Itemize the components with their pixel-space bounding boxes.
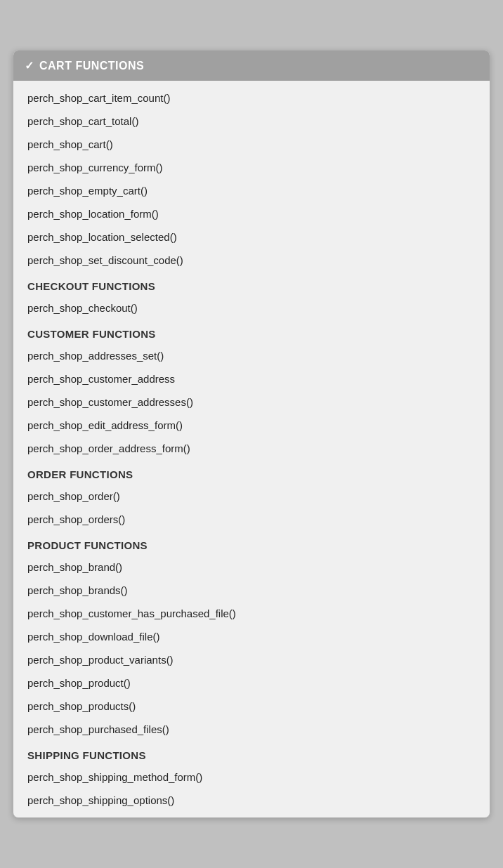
main-panel: ✓ CART FUNCTIONS perch_shop_cart_item_co…: [13, 50, 490, 818]
section-heading: ORDER FUNCTIONS: [13, 460, 490, 485]
list-item[interactable]: perch_shop_product_variants(): [13, 648, 490, 671]
list-item[interactable]: perch_shop_checkout(): [13, 296, 490, 320]
list-item[interactable]: perch_shop_customer_address: [13, 367, 490, 390]
list-item[interactable]: perch_shop_orders(): [13, 508, 490, 531]
list-item[interactable]: perch_shop_brands(): [13, 579, 490, 602]
list-item[interactable]: perch_shop_edit_address_form(): [13, 414, 490, 437]
list-item[interactable]: perch_shop_shipping_options(): [13, 789, 490, 812]
list-item[interactable]: perch_shop_order(): [13, 485, 490, 508]
list-item[interactable]: perch_shop_download_file(): [13, 625, 490, 648]
list-item[interactable]: perch_shop_location_selected(): [13, 225, 490, 249]
panel-header: ✓ CART FUNCTIONS: [13, 51, 490, 81]
list-item[interactable]: perch_shop_order_address_form(): [13, 437, 490, 460]
list-item[interactable]: perch_shop_empty_cart(): [13, 179, 490, 202]
list-item[interactable]: perch_shop_currency_form(): [13, 156, 490, 179]
section-heading: SHIPPING FUNCTIONS: [13, 741, 490, 765]
section-heading: CHECKOUT FUNCTIONS: [13, 272, 490, 296]
list-item[interactable]: perch_shop_brand(): [13, 555, 490, 579]
list-item[interactable]: perch_shop_customer_addresses(): [13, 390, 490, 414]
list-item[interactable]: perch_shop_set_discount_code(): [13, 249, 490, 272]
section-heading: CUSTOMER FUNCTIONS: [13, 320, 490, 344]
list-item[interactable]: perch_shop_customer_has_purchased_file(): [13, 602, 490, 625]
list-item[interactable]: perch_shop_purchased_files(): [13, 718, 490, 741]
section-heading: PRODUCT FUNCTIONS: [13, 531, 490, 555]
panel-title: CART FUNCTIONS: [39, 60, 144, 72]
list-item[interactable]: perch_shop_shipping_method_form(): [13, 765, 490, 789]
list-item[interactable]: perch_shop_cart(): [13, 133, 490, 156]
panel-content: perch_shop_cart_item_count()perch_shop_c…: [13, 81, 490, 817]
list-item[interactable]: perch_shop_cart_total(): [13, 110, 490, 133]
list-item[interactable]: perch_shop_location_form(): [13, 202, 490, 225]
list-item[interactable]: perch_shop_addresses_set(): [13, 344, 490, 367]
list-item[interactable]: perch_shop_product(): [13, 671, 490, 695]
list-item[interactable]: perch_shop_products(): [13, 695, 490, 718]
check-icon: ✓: [25, 59, 34, 72]
list-item[interactable]: perch_shop_cart_item_count(): [13, 86, 490, 110]
